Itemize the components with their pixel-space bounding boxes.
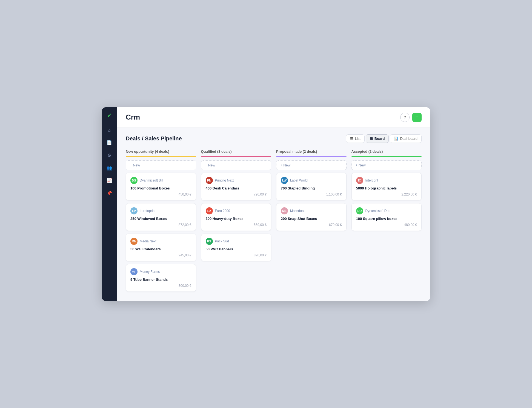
deal-amount: 2.220,00 € xyxy=(356,192,417,196)
avatar: IC xyxy=(356,177,363,184)
pin-icon[interactable]: 📌 xyxy=(104,188,114,198)
deal-title: 50 Wall Calendars xyxy=(130,247,191,251)
new-deal-button-qualified[interactable]: + New xyxy=(201,160,271,170)
company-name: Media Next xyxy=(140,239,156,243)
deal-card[interactable]: MZMazedona200 Snap Shut Boxes670,00 € xyxy=(276,203,347,231)
list-view-button[interactable]: ☰ List xyxy=(346,134,365,143)
company-name: Euro 2000 xyxy=(215,209,230,213)
column-accepted: Accepted (2 deals)+ NewICIntercont5000 H… xyxy=(351,149,422,294)
deal-company-row: E2Euro 2000 xyxy=(206,207,267,214)
document-icon[interactable]: 📄 xyxy=(104,138,114,148)
avatar: LW xyxy=(281,177,288,184)
deal-amount: 569,00 € xyxy=(206,223,267,227)
deal-title: 50 PVC Banners xyxy=(206,247,267,251)
column-header-new-opportunity: New oppurtunity (4 deals) xyxy=(126,149,196,156)
deal-amount: 720,00 € xyxy=(206,192,267,196)
board-columns: New oppurtunity (4 deals)+ NewDSDyanmics… xyxy=(126,149,422,294)
deal-card[interactable]: ICIntercont5000 Holographic labels2.220,… xyxy=(351,173,422,200)
deal-card[interactable]: MFMoney Farms5 Tube Banner Stands300,00 … xyxy=(126,264,196,292)
page-header: Deals / Sales Pipeline ☰ List ⊞ Board 📊 … xyxy=(126,134,422,143)
deal-title: 400 Desk Calendars xyxy=(206,186,267,190)
avatar: DD xyxy=(356,207,363,214)
avatar: DS xyxy=(130,177,138,184)
deal-amount: 450,00 € xyxy=(130,192,191,196)
avatar: MF xyxy=(130,268,138,275)
top-bar-actions: ? + xyxy=(400,113,422,122)
company-name: Dyanmicsoft Srl xyxy=(140,178,163,182)
deal-amount: 872,00 € xyxy=(130,223,191,227)
deal-card[interactable]: MNMedia Next50 Wall Calendars245,00 € xyxy=(126,234,196,261)
deal-company-row: MZMazedona xyxy=(281,207,342,214)
column-divider-qualified xyxy=(201,156,271,157)
new-deal-button-new-opportunity[interactable]: + New xyxy=(126,160,196,170)
settings-icon[interactable]: ⚙ xyxy=(104,151,114,160)
company-name: Mazedona xyxy=(290,209,305,213)
board-icon: ⊞ xyxy=(370,137,373,141)
app-title: Crm xyxy=(126,113,140,121)
column-divider-new-opportunity xyxy=(126,156,196,157)
list-icon: ☰ xyxy=(350,137,353,141)
deal-amount: 300,00 € xyxy=(130,284,191,288)
deal-title: 5000 Holographic labels xyxy=(356,186,417,190)
deal-card[interactable]: LWLabel World700 Stapled Binding1.100,00… xyxy=(276,173,347,200)
deal-amount: 480,00 € xyxy=(356,223,417,227)
deal-company-row: PNPrinting Next xyxy=(206,177,267,184)
deal-company-row: MFMoney Farms xyxy=(130,268,191,275)
company-name: Printing Next xyxy=(215,178,234,182)
deal-card[interactable]: PSPack Sud50 PVC Banners890,00 € xyxy=(201,234,271,261)
page-title: Deals / Sales Pipeline xyxy=(126,135,182,142)
column-qualified: Qualified (3 deals)+ NewPNPrinting Next4… xyxy=(201,149,271,294)
deal-company-row: LPLoretoprint xyxy=(130,207,191,214)
deal-card[interactable]: E2Euro 2000300 Heavy-duty Boxes569,00 € xyxy=(201,203,271,231)
deal-amount: 245,00 € xyxy=(130,253,191,257)
deal-company-row: PSPack Sud xyxy=(206,238,267,245)
deal-amount: 670,00 € xyxy=(281,223,342,227)
column-divider-accepted xyxy=(351,156,422,157)
deal-title: 100 Square pillow boxes xyxy=(356,217,417,221)
avatar: MZ xyxy=(281,207,288,214)
avatar: MN xyxy=(130,238,138,245)
deal-amount: 890,00 € xyxy=(206,253,267,257)
company-name: Pack Sud xyxy=(215,239,229,243)
add-button[interactable]: + xyxy=(412,113,422,122)
avatar: PS xyxy=(206,238,213,245)
chart-icon[interactable]: 📈 xyxy=(104,176,114,186)
content-area: Deals / Sales Pipeline ☰ List ⊞ Board 📊 … xyxy=(117,128,430,301)
board-view-button[interactable]: ⊞ Board xyxy=(366,134,389,143)
deal-company-row: ICIntercont xyxy=(356,177,417,184)
column-proposal-made: Proposal made (2 deals)+ NewLWLabel Worl… xyxy=(276,149,347,294)
avatar: E2 xyxy=(206,207,213,214)
dashboard-icon: 📊 xyxy=(394,137,398,141)
deal-card[interactable]: DDDynamicsoft Doo100 Square pillow boxes… xyxy=(351,203,422,231)
deal-company-row: MNMedia Next xyxy=(130,238,191,245)
deal-title: 100 Promotional Boxes xyxy=(130,186,191,190)
deal-company-row: DDDynamicsoft Doo xyxy=(356,207,417,214)
company-name: Label World xyxy=(290,178,308,182)
column-header-proposal-made: Proposal made (2 deals) xyxy=(276,149,347,156)
top-bar: Crm ? + xyxy=(117,107,430,128)
column-divider-proposal-made xyxy=(276,156,347,157)
deal-card[interactable]: DSDyanmicsoft Srl100 Promotional Boxes45… xyxy=(126,173,196,200)
deal-title: 250 Windowed Boxes xyxy=(130,217,191,221)
main-content: Crm ? + Deals / Sales Pipeline ☰ List ⊞ … xyxy=(117,107,430,301)
company-name: Intercont xyxy=(365,178,378,182)
view-switcher: ☰ List ⊞ Board 📊 Dashboard xyxy=(346,134,422,143)
column-new-opportunity: New oppurtunity (4 deals)+ NewDSDyanmics… xyxy=(126,149,196,294)
app-window: ✓ ⌂ 📄 ⚙ 👥 📈 📌 Crm ? + Deals / Sales Pipe… xyxy=(102,107,430,301)
deal-title: 5 Tube Banner Stands xyxy=(130,277,191,282)
column-header-qualified: Qualified (3 deals) xyxy=(201,149,271,156)
dashboard-view-button[interactable]: 📊 Dashboard xyxy=(390,134,422,143)
deal-card[interactable]: LPLoretoprint250 Windowed Boxes872,00 € xyxy=(126,203,196,231)
logo: ✓ xyxy=(107,112,111,119)
deal-company-row: DSDyanmicsoft Srl xyxy=(130,177,191,184)
new-deal-button-proposal-made[interactable]: + New xyxy=(276,160,347,170)
contacts-icon[interactable]: 👥 xyxy=(104,163,114,173)
deal-title: 200 Snap Shut Boxes xyxy=(281,217,342,221)
home-icon[interactable]: ⌂ xyxy=(104,125,114,135)
help-button[interactable]: ? xyxy=(400,113,410,122)
deal-title: 700 Stapled Binding xyxy=(281,186,342,190)
new-deal-button-accepted[interactable]: + New xyxy=(351,160,422,170)
deal-amount: 1.100,00 € xyxy=(281,192,342,196)
deal-card[interactable]: PNPrinting Next400 Desk Calendars720,00 … xyxy=(201,173,271,200)
company-name: Loretoprint xyxy=(140,209,155,213)
